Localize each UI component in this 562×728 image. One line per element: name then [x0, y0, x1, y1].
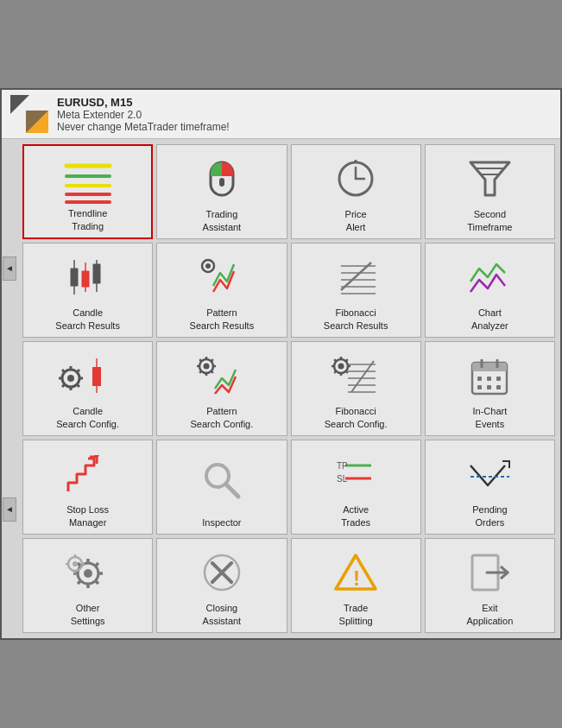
svg-line-96	[96, 580, 99, 584]
active-trades-label: ActiveTrades	[341, 503, 370, 529]
svg-line-95	[78, 563, 81, 567]
grid-item-trendline-trading[interactable]: TrendlineTrading	[22, 144, 153, 239]
svg-text:SL: SL	[337, 474, 348, 484]
grid-item-candle-search-config[interactable]: CandleSearch Config.	[22, 341, 153, 436]
svg-line-38	[62, 370, 65, 372]
svg-point-55	[338, 363, 344, 369]
main-body: ◄ ◄ TrendlineTrading	[2, 139, 560, 638]
pattern-search-config-icon	[161, 349, 282, 402]
svg-rect-10	[219, 178, 224, 187]
svg-rect-79	[496, 385, 501, 389]
svg-rect-76	[496, 377, 501, 381]
svg-point-33	[67, 375, 74, 382]
closing-assistant-icon	[161, 546, 282, 598]
svg-point-45	[204, 363, 210, 369]
svg-line-69	[351, 361, 374, 392]
candle-search-results-icon	[27, 250, 148, 303]
trading-assistant-icon	[161, 152, 282, 205]
active-trades-icon: TP SL	[295, 447, 417, 500]
grid-item-exit-application[interactable]: ExitApplication	[425, 538, 555, 633]
grid-item-trade-splitting[interactable]: ! TradeSplitting	[291, 538, 421, 633]
pair-title: EURUSD, M15	[57, 96, 230, 109]
svg-line-26	[341, 263, 371, 290]
svg-point-14	[354, 160, 357, 163]
trendline-trading-icon	[28, 153, 148, 204]
fibonacci-search-results-label: FibonacciSearch Results	[324, 307, 388, 332]
grid-item-in-chart-events[interactable]: In-ChartEvents	[425, 341, 555, 436]
chart-analyzer-label: ChartAnalyzer	[471, 307, 508, 332]
header-text: EURUSD, M15 Meta Extender 2.0 Never chan…	[57, 96, 230, 133]
grid-item-second-timeframe[interactable]: SecondTimeframe	[425, 144, 555, 239]
grid-item-price-alert[interactable]: PriceAlert	[291, 144, 421, 239]
svg-point-90	[84, 569, 92, 578]
grid-container: TrendlineTrading	[17, 139, 560, 638]
svg-line-51	[212, 370, 213, 372]
chart-analyzer-icon	[429, 250, 551, 303]
svg-line-60	[334, 359, 336, 361]
exit-application-icon	[429, 546, 551, 598]
svg-text:TP: TP	[337, 461, 348, 471]
grid-item-candle-search-results[interactable]: CandleSearch Results	[22, 243, 153, 338]
svg-line-98	[78, 580, 81, 584]
grid-item-pending-orders[interactable]: PendingOrders	[425, 440, 555, 535]
trade-splitting-label: TradeSplitting	[339, 602, 373, 627]
fibonacci-search-results-icon	[295, 250, 417, 303]
price-alert-icon	[295, 152, 417, 205]
grid-item-pattern-search-results[interactable]: PatternSearch Results	[156, 243, 287, 338]
arrow-top[interactable]: ◄	[3, 256, 16, 281]
svg-rect-19	[71, 269, 78, 286]
svg-rect-75	[487, 377, 491, 381]
grid-item-trading-assistant[interactable]: TradingAssistant	[156, 144, 287, 239]
arrow-bottom[interactable]: ◄	[3, 497, 16, 522]
in-chart-events-icon	[429, 349, 551, 402]
svg-line-50	[200, 359, 202, 361]
closing-assistant-label: ClosingAssistant	[203, 602, 242, 627]
stop-loss-manager-icon	[27, 447, 148, 500]
stop-loss-manager-label: Stop LossManager	[66, 503, 109, 529]
svg-rect-21	[82, 271, 89, 287]
grid-item-fibonacci-search-results[interactable]: FibonacciSearch Results	[291, 243, 421, 338]
svg-line-63	[334, 370, 336, 372]
header-warning: Never change MetaTrader timeframe!	[57, 121, 230, 133]
fibonacci-search-config-label: FibonacciSearch Config.	[325, 405, 388, 430]
svg-line-40	[77, 370, 79, 372]
grid-item-closing-assistant[interactable]: ClosingAssistant	[156, 538, 287, 633]
svg-point-100	[73, 561, 78, 567]
svg-line-61	[345, 370, 347, 372]
svg-rect-71	[472, 363, 507, 371]
pattern-search-config-label: PatternSearch Config.	[190, 405, 253, 430]
inspector-icon	[161, 447, 282, 513]
grid-item-pattern-search-config[interactable]: PatternSearch Config.	[156, 341, 287, 436]
svg-line-83	[226, 484, 238, 497]
pending-orders-label: PendingOrders	[472, 503, 507, 529]
inspector-label: Inspector	[202, 516, 241, 529]
svg-line-62	[345, 359, 347, 361]
second-timeframe-label: SecondTimeframe	[467, 208, 512, 233]
candle-search-results-label: CandleSearch Results	[55, 307, 120, 332]
svg-rect-77	[477, 385, 482, 389]
grid-item-stop-loss-manager[interactable]: Stop LossManager	[22, 440, 153, 535]
svg-point-25	[205, 263, 211, 269]
other-settings-label: OtherSettings	[71, 602, 105, 627]
pattern-search-results-icon	[161, 250, 282, 303]
header-logo	[10, 95, 48, 133]
trendline-trading-label: TrendlineTrading	[68, 207, 107, 232]
grid-item-chart-analyzer[interactable]: ChartAnalyzer	[425, 243, 555, 338]
exit-application-label: ExitApplication	[466, 602, 513, 627]
svg-line-39	[77, 384, 79, 387]
grid-item-fibonacci-search-config[interactable]: FibonacciSearch Config.	[291, 341, 421, 436]
second-timeframe-icon	[429, 152, 551, 205]
grid-item-active-trades[interactable]: TP SL ActiveTrades	[291, 440, 421, 535]
grid-item-inspector[interactable]: Inspector	[156, 440, 287, 535]
grid-item-other-settings[interactable]: OtherSettings	[22, 538, 153, 633]
svg-text:!: !	[353, 567, 360, 590]
fibonacci-search-config-icon	[295, 349, 417, 402]
pattern-search-results-label: PatternSearch Results	[190, 307, 255, 332]
svg-rect-74	[477, 377, 482, 381]
app-window: EURUSD, M15 Meta Extender 2.0 Never chan…	[0, 88, 562, 640]
header: EURUSD, M15 Meta Extender 2.0 Never chan…	[2, 90, 560, 139]
trade-splitting-icon: !	[295, 546, 417, 598]
svg-rect-23	[93, 264, 100, 283]
svg-marker-15	[470, 162, 509, 195]
price-alert-label: PriceAlert	[345, 208, 367, 233]
